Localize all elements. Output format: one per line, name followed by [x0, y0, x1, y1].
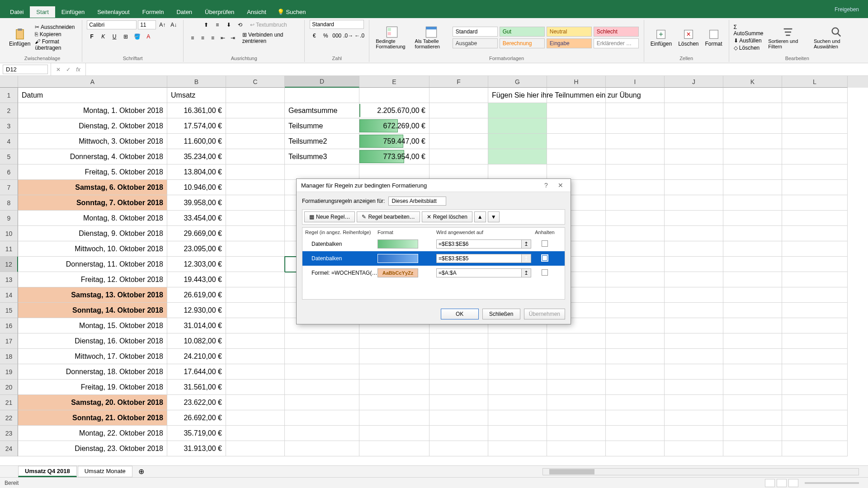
row-header-3[interactable]: 3 [0, 118, 18, 134]
autosum-button[interactable]: Σ AutoSumme [734, 24, 764, 37]
cell-D23[interactable] [285, 426, 359, 441]
cell-K2[interactable] [723, 103, 782, 118]
cell-C5[interactable] [226, 149, 285, 164]
cell-J9[interactable] [665, 211, 723, 226]
cell-H6[interactable] [547, 164, 606, 180]
cell-K20[interactable] [723, 380, 782, 395]
share-button[interactable]: Freigeben [835, 6, 859, 13]
cell-I23[interactable] [606, 426, 665, 441]
cell-B21[interactable]: 23.622,00 € [167, 395, 226, 410]
cell-G21[interactable] [488, 395, 547, 410]
cell-J5[interactable] [665, 149, 723, 164]
row-header-13[interactable]: 13 [0, 272, 18, 287]
cell-A19[interactable]: Donnerstag, 18. Oktober 2018 [18, 364, 167, 380]
row-header-17[interactable]: 17 [0, 333, 18, 349]
row-header-11[interactable]: 11 [0, 241, 18, 257]
cell-A21[interactable]: Samstag, 20. Oktober 2018 [18, 395, 167, 410]
col-header-F[interactable]: F [429, 76, 488, 88]
dec-decimal[interactable]: ←.0 [354, 31, 364, 41]
cell-B11[interactable]: 23.095,00 € [167, 241, 226, 257]
cell-I11[interactable] [606, 241, 665, 257]
row-header-19[interactable]: 19 [0, 364, 18, 380]
cell-H23[interactable] [547, 426, 606, 441]
cell-C15[interactable] [226, 303, 285, 318]
cell-B10[interactable]: 29.669,00 € [167, 226, 226, 241]
format-painter-button[interactable]: 🖌 Format übertragen [35, 38, 77, 51]
cell-L6[interactable] [782, 164, 848, 180]
align-left[interactable]: ≡ [188, 33, 197, 43]
cell-G20[interactable] [488, 380, 547, 395]
cell-L21[interactable] [782, 395, 848, 410]
fill-button[interactable]: ⬇ Ausfüllen [734, 38, 764, 44]
style-erklärender …[interactable]: Erklärender … [594, 38, 639, 48]
cell-L20[interactable] [782, 380, 848, 395]
italic-button[interactable]: K [98, 32, 108, 42]
fill-color-button[interactable]: 🪣 [132, 32, 142, 42]
cell-D20[interactable] [285, 380, 359, 395]
cell-E18[interactable] [359, 349, 429, 364]
cell-G24[interactable] [488, 441, 547, 456]
cell-D4[interactable]: Teilsumme2 [285, 134, 359, 149]
cell-I24[interactable] [606, 441, 665, 456]
cell-F24[interactable] [429, 441, 488, 456]
cancel-formula-icon[interactable]: ✕ [54, 65, 63, 74]
font-name-select[interactable] [87, 20, 137, 29]
cell-G1[interactable]: Fügen Sie hier ihre Teilnummen ein zur Ü… [488, 88, 547, 103]
cell-L16[interactable] [782, 318, 848, 333]
cell-B12[interactable]: 12.303,00 € [167, 257, 226, 272]
cell-F3[interactable] [429, 118, 488, 134]
cell-L11[interactable] [782, 241, 848, 257]
name-box[interactable] [3, 65, 48, 74]
orientation[interactable]: ⟲ [235, 20, 245, 30]
align-center[interactable]: ≡ [198, 33, 207, 43]
cell-F1[interactable] [429, 88, 488, 103]
cell-B1[interactable]: Umsatz [167, 88, 226, 103]
cell-D21[interactable] [285, 395, 359, 410]
cell-J8[interactable] [665, 195, 723, 211]
view-layout-button[interactable] [777, 479, 787, 487]
cell-F5[interactable] [429, 149, 488, 164]
fx-icon[interactable]: fx [74, 65, 83, 74]
format-cells-button[interactable]: Format [703, 27, 724, 48]
cell-I9[interactable] [606, 211, 665, 226]
delete-rule-button[interactable]: ✕ Regel löschen [422, 211, 472, 222]
col-header-C[interactable]: C [226, 76, 285, 88]
row-header-20[interactable]: 20 [0, 380, 18, 395]
horizontal-scrollbar[interactable] [542, 468, 859, 475]
cell-K23[interactable] [723, 426, 782, 441]
stop-if-true-checkbox-2[interactable] [542, 269, 548, 276]
cell-J19[interactable] [665, 364, 723, 380]
cell-C19[interactable] [226, 364, 285, 380]
new-rule-button[interactable]: ▦ Neue Regel… [304, 211, 355, 222]
row-header-24[interactable]: 24 [0, 441, 18, 456]
cell-C4[interactable] [226, 134, 285, 149]
cell-C3[interactable] [226, 118, 285, 134]
row-header-2[interactable]: 2 [0, 103, 18, 118]
edit-rule-button[interactable]: ✎ Regel bearbeiten… [357, 211, 420, 222]
cell-J23[interactable] [665, 426, 723, 441]
cell-K5[interactable] [723, 149, 782, 164]
cell-J11[interactable] [665, 241, 723, 257]
cell-A23[interactable]: Montag, 22. Oktober 2018 [18, 426, 167, 441]
cell-J20[interactable] [665, 380, 723, 395]
cell-K14[interactable] [723, 287, 782, 303]
col-header-E[interactable]: E [359, 76, 429, 88]
tab-einfügen[interactable]: Einfügen [55, 6, 91, 18]
cell-E21[interactable] [359, 395, 429, 410]
cell-D18[interactable] [285, 349, 359, 364]
cell-I5[interactable] [606, 149, 665, 164]
cell-J3[interactable] [665, 118, 723, 134]
cell-F4[interactable] [429, 134, 488, 149]
cell-K24[interactable] [723, 441, 782, 456]
cell-D24[interactable] [285, 441, 359, 456]
cell-H3[interactable] [547, 118, 606, 134]
cell-D1[interactable] [285, 88, 359, 103]
bold-button[interactable]: F [87, 32, 97, 42]
cell-B4[interactable]: 11.600,00 € [167, 134, 226, 149]
cell-A15[interactable]: Sonntag, 14. Oktober 2018 [18, 303, 167, 318]
cell-A13[interactable]: Freitag, 12. Oktober 2018 [18, 272, 167, 287]
range-picker-button-1[interactable]: ↥ [521, 254, 531, 263]
cell-E24[interactable] [359, 441, 429, 456]
cell-F21[interactable] [429, 395, 488, 410]
col-header-B[interactable]: B [167, 76, 226, 88]
